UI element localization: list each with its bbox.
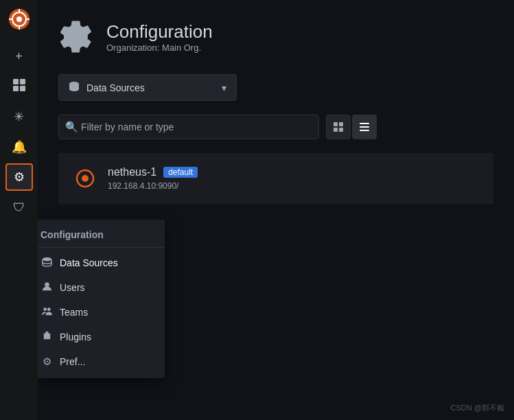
svg-point-24 xyxy=(47,307,50,311)
menu-item-preferences[interactable]: ⚙ Pref... xyxy=(38,349,165,374)
menu-item-teams-label: Teams xyxy=(60,307,88,318)
page-subtitle: Organization: Main Org. xyxy=(106,43,213,53)
add-icon: + xyxy=(15,49,23,64)
sidebar-item-dashboards[interactable] xyxy=(5,73,33,100)
datasource-type-icon xyxy=(72,165,98,191)
users-icon xyxy=(40,281,53,294)
svg-rect-8 xyxy=(20,79,25,84)
data-sources-icon xyxy=(40,257,53,269)
page-header-text: Configuration Organization: Main Org. xyxy=(106,21,213,53)
svg-rect-16 xyxy=(360,123,369,124)
section-dropdown[interactable]: Data Sources ▾ xyxy=(58,74,237,101)
watermark: CSDN @郭不截 xyxy=(451,403,504,413)
sidebar-item-explore[interactable]: ✳ xyxy=(5,103,33,130)
default-badge: default xyxy=(163,167,198,178)
dropdown-label: Data Sources xyxy=(86,82,145,93)
dropdown-menu-panel: Configuration Data Sources xyxy=(38,220,165,378)
datasource-card[interactable]: netheus-1 default 192.168.4.10:9090/ xyxy=(58,153,493,204)
menu-item-plugins-label: Plugins xyxy=(60,331,91,342)
dashboards-icon xyxy=(12,78,26,95)
datasource-url: 192.168.4.10:9090/ xyxy=(108,181,480,191)
svg-rect-10 xyxy=(20,86,25,91)
sidebar-item-add[interactable]: + xyxy=(5,43,33,70)
page-header: Configuration Organization: Main Org. xyxy=(58,19,493,55)
dropdown-menu-header: Configuration xyxy=(38,224,165,248)
menu-item-users-label: Users xyxy=(60,282,85,293)
svg-rect-7 xyxy=(13,79,19,84)
main-content: Configuration Organization: Main Org. Da… xyxy=(38,0,514,420)
view-toggle xyxy=(326,115,377,139)
svg-point-23 xyxy=(43,307,47,311)
search-row: 🔍 xyxy=(58,115,493,139)
svg-rect-18 xyxy=(360,130,369,131)
preferences-icon: ⚙ xyxy=(40,355,53,368)
svg-point-22 xyxy=(45,282,49,287)
svg-rect-14 xyxy=(334,128,338,132)
teams-icon xyxy=(40,306,53,318)
grafana-logo[interactable] xyxy=(5,5,33,33)
svg-rect-12 xyxy=(334,122,338,126)
page-title: Configuration xyxy=(106,21,213,43)
dropdown-db-icon xyxy=(69,81,80,94)
menu-item-preferences-label: Pref... xyxy=(60,356,85,367)
list-view-button[interactable] xyxy=(352,115,377,139)
svg-point-2 xyxy=(16,16,22,22)
menu-item-data-sources[interactable]: Data Sources xyxy=(38,250,165,275)
grid-view-button[interactable] xyxy=(326,115,351,139)
sidebar-item-shield[interactable]: 🛡 xyxy=(5,194,33,221)
explore-icon: ✳ xyxy=(14,109,24,124)
svg-rect-13 xyxy=(339,122,343,126)
menu-item-teams[interactable]: Teams xyxy=(38,300,165,325)
sidebar-item-alerts[interactable]: 🔔 xyxy=(5,133,33,161)
plugins-icon xyxy=(40,331,53,343)
svg-rect-15 xyxy=(339,128,343,132)
dropdown-bar: Data Sources ▾ xyxy=(58,74,493,101)
datasource-name-row: netheus-1 default xyxy=(108,166,480,178)
chevron-down-icon: ▾ xyxy=(222,82,226,93)
datasource-info: netheus-1 default 192.168.4.10:9090/ xyxy=(108,166,480,191)
svg-rect-17 xyxy=(360,126,369,128)
datasource-name: netheus-1 xyxy=(108,166,156,178)
gear-icon: ⚙ xyxy=(14,170,25,185)
search-wrap: 🔍 xyxy=(58,115,319,139)
shield-icon: 🛡 xyxy=(13,200,25,215)
config-header-icon xyxy=(58,19,94,55)
menu-item-plugins[interactable]: Plugins xyxy=(38,325,165,349)
search-icon: 🔍 xyxy=(65,121,78,133)
svg-point-20 xyxy=(82,175,89,182)
sidebar-item-configuration[interactable]: ⚙ xyxy=(5,163,33,191)
sidebar: + ✳ 🔔 ⚙ 🛡 xyxy=(0,0,38,420)
search-input[interactable] xyxy=(58,115,319,139)
menu-item-data-sources-label: Data Sources xyxy=(60,257,118,268)
svg-rect-9 xyxy=(13,86,19,91)
menu-item-users[interactable]: Users xyxy=(38,275,165,300)
svg-point-21 xyxy=(42,257,51,261)
bell-icon: 🔔 xyxy=(12,139,27,154)
